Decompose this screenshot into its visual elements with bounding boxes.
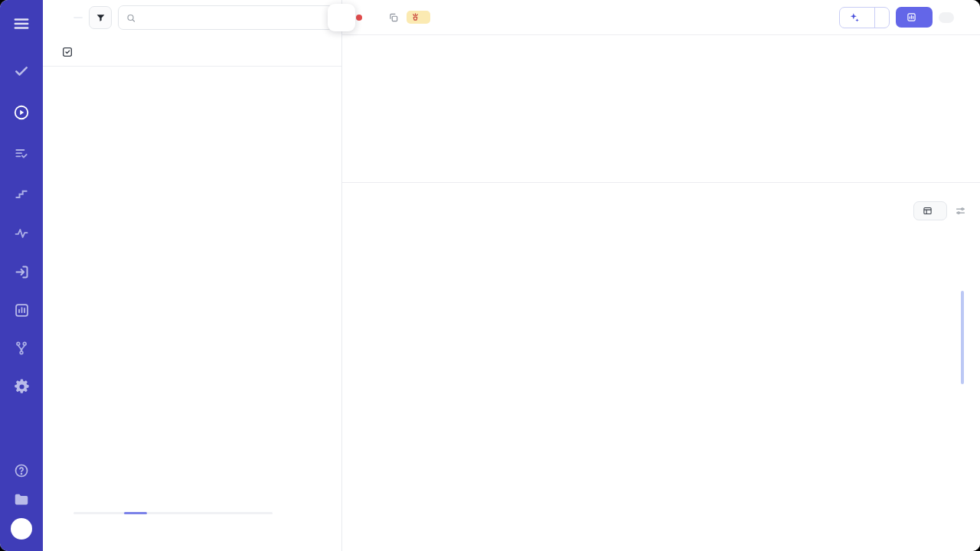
sort-row bbox=[342, 192, 980, 225]
runs-count-badge bbox=[74, 17, 83, 18]
steps-icon[interactable] bbox=[0, 179, 43, 208]
table-icon bbox=[923, 206, 933, 216]
runs-play-icon[interactable] bbox=[0, 98, 43, 127]
help-icon[interactable] bbox=[0, 456, 43, 485]
left-panel-header bbox=[43, 0, 341, 35]
activity-pulse-icon[interactable] bbox=[0, 219, 43, 248]
manual-hand-icon bbox=[411, 13, 420, 21]
copy-icon[interactable] bbox=[388, 12, 399, 23]
status-filter-chips bbox=[342, 183, 980, 192]
run-detail-tabs bbox=[342, 174, 980, 183]
app-window bbox=[0, 0, 980, 551]
more-actions-button[interactable] bbox=[939, 12, 954, 23]
header-actions bbox=[839, 7, 969, 28]
report-button[interactable] bbox=[896, 7, 933, 28]
donut bbox=[433, 70, 529, 167]
custom-view-button[interactable] bbox=[913, 201, 947, 220]
left-search-input[interactable] bbox=[141, 12, 325, 24]
funnel-icon bbox=[96, 13, 106, 23]
view-settings-icon[interactable] bbox=[955, 205, 966, 217]
main-vscrollbar[interactable] bbox=[961, 291, 964, 384]
run-detail-header bbox=[342, 0, 980, 35]
result-donut-chart bbox=[433, 70, 529, 167]
nav-rail bbox=[0, 0, 43, 551]
reports-chart-icon[interactable] bbox=[0, 295, 43, 324]
run-summary-more-button[interactable] bbox=[874, 8, 889, 28]
search-icon bbox=[126, 13, 136, 23]
trend-chart bbox=[43, 77, 341, 229]
left-hscrollbar[interactable] bbox=[74, 512, 273, 514]
run-overview bbox=[342, 58, 980, 174]
close-run-button[interactable] bbox=[960, 15, 969, 21]
test-list bbox=[342, 225, 980, 551]
left-search[interactable] bbox=[118, 5, 334, 30]
panel-close-button[interactable] bbox=[328, 4, 355, 31]
filter-button[interactable] bbox=[89, 6, 112, 29]
sparkle-icon bbox=[849, 12, 860, 23]
projects-check-icon[interactable] bbox=[0, 57, 43, 86]
runs-filter-tabs bbox=[43, 35, 341, 67]
report-chart-icon bbox=[906, 12, 916, 22]
workspace-folder-icon[interactable] bbox=[0, 485, 43, 514]
hamburger-menu-icon[interactable] bbox=[0, 9, 43, 38]
pagination bbox=[43, 534, 103, 545]
breadcrumb bbox=[60, 17, 83, 18]
trend-legend bbox=[43, 67, 341, 77]
integrations-branch-icon[interactable] bbox=[0, 334, 43, 363]
run-status-dot bbox=[356, 15, 362, 21]
manual-type-badge bbox=[407, 11, 430, 24]
run-title-block bbox=[342, 35, 980, 58]
select-all-icon[interactable] bbox=[61, 46, 74, 58]
runs-list-panel bbox=[43, 0, 342, 551]
trend-chart-svg bbox=[51, 79, 335, 226]
sign-in-icon[interactable] bbox=[0, 257, 43, 286]
user-avatar[interactable] bbox=[0, 514, 43, 543]
run-summary-button[interactable] bbox=[839, 7, 890, 28]
settings-gear-icon[interactable] bbox=[0, 372, 43, 401]
run-detail-panel bbox=[342, 0, 980, 551]
test-cases-icon[interactable] bbox=[0, 139, 43, 168]
run-list bbox=[43, 229, 341, 249]
